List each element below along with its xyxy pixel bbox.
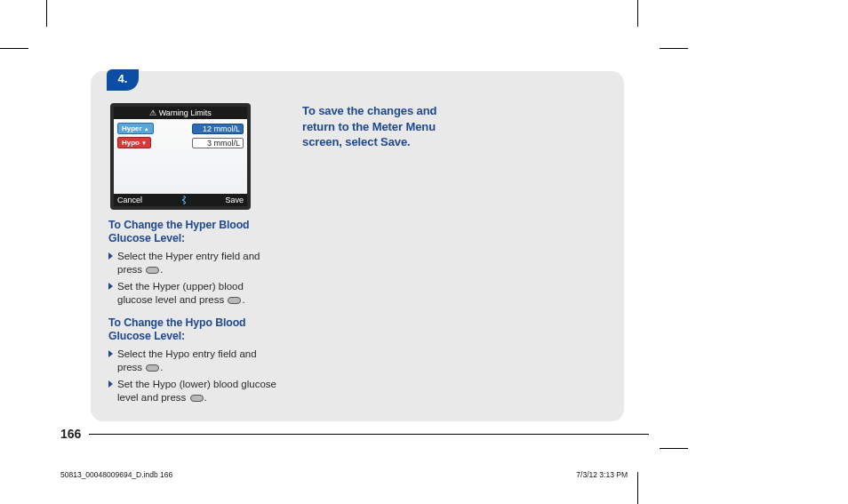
hypo-tag-label: Hypo bbox=[122, 139, 140, 147]
bluetooth-icon bbox=[181, 196, 187, 204]
hypo-tag: Hypo ▼ bbox=[117, 137, 151, 148]
button-icon bbox=[146, 267, 159, 274]
bullet-icon bbox=[108, 350, 113, 357]
page-number: 166 bbox=[60, 427, 81, 441]
crop-mark bbox=[637, 472, 638, 504]
bullet-icon bbox=[108, 380, 113, 388]
hypo-value: 3 mmol/L bbox=[192, 138, 244, 148]
device-body: Hyper ▲ 12 mmol/L Hypo ▼ 3 mmol/L bbox=[114, 119, 247, 194]
hyper-steps: Select the Hyper entry field and press .… bbox=[108, 250, 277, 308]
step-text: . bbox=[242, 294, 244, 305]
device-save-label: Save bbox=[225, 196, 244, 204]
step-text: . bbox=[160, 264, 163, 275]
hypo-heading: To Change the Hypo Blood Glucose Level: bbox=[108, 316, 277, 344]
hyper-tag: Hyper ▲ bbox=[117, 123, 154, 134]
device-row-hypo: Hypo ▼ 3 mmol/L bbox=[117, 137, 244, 148]
button-icon bbox=[228, 297, 241, 304]
crop-mark bbox=[660, 48, 688, 49]
step-text: Set the Hyper (upper) blood glucose leve… bbox=[117, 281, 244, 306]
imprint-footer: 50813_00048009694_D.indb 166 bbox=[60, 470, 172, 479]
hyper-tag-label: Hyper bbox=[122, 124, 142, 132]
manual-page: 4. ⚠ Warning Limits Hyper ▲ 12 mmol/L bbox=[0, 0, 848, 504]
crop-mark bbox=[637, 0, 638, 27]
bullet-icon bbox=[108, 283, 113, 290]
step-text: . bbox=[160, 362, 163, 372]
device-footer: Cancel Save bbox=[114, 194, 247, 206]
device-cancel-label: Cancel bbox=[117, 196, 142, 204]
bullet-icon bbox=[108, 252, 113, 260]
device-title: ⚠ Warning Limits bbox=[114, 107, 247, 119]
left-column: ⚠ Warning Limits Hyper ▲ 12 mmol/L Hypo bbox=[108, 103, 277, 408]
button-icon bbox=[146, 364, 159, 372]
crop-mark bbox=[660, 448, 688, 449]
caret-up-icon: ▲ bbox=[144, 126, 149, 132]
device-row-hyper: Hyper ▲ 12 mmol/L bbox=[117, 123, 244, 134]
hyper-heading: To Change the Hyper Blood Glucose Level: bbox=[108, 219, 277, 246]
crop-mark bbox=[46, 0, 47, 27]
step-text: Select the Hypo entry field and press bbox=[117, 348, 257, 373]
list-item: Set the Hyper (upper) blood glucose leve… bbox=[108, 280, 277, 308]
timestamp-footer: 7/3/12 3:13 PM bbox=[576, 470, 628, 479]
list-item: Set the Hypo (lower) blood glucose level… bbox=[108, 378, 277, 405]
hyper-value: 12 mmol/L bbox=[192, 124, 244, 134]
list-item: Select the Hypo entry field and press . bbox=[108, 348, 277, 375]
crop-mark bbox=[0, 48, 28, 49]
save-instruction: To save the changes and return to the Me… bbox=[302, 103, 471, 150]
list-item: Select the Hyper entry field and press . bbox=[108, 250, 277, 277]
button-icon bbox=[190, 395, 204, 402]
step-number-tab: 4. bbox=[107, 69, 139, 91]
step-text: . bbox=[204, 392, 207, 403]
step-text: Select the Hyper entry field and press bbox=[117, 251, 260, 276]
hypo-steps: Select the Hypo entry field and press . … bbox=[108, 348, 277, 405]
instruction-panel: 4. ⚠ Warning Limits Hyper ▲ 12 mmol/L bbox=[91, 71, 624, 421]
caret-down-icon: ▼ bbox=[141, 140, 147, 146]
right-column: To save the changes and return to the Me… bbox=[302, 103, 471, 408]
device-screenshot: ⚠ Warning Limits Hyper ▲ 12 mmol/L Hypo bbox=[110, 103, 251, 210]
